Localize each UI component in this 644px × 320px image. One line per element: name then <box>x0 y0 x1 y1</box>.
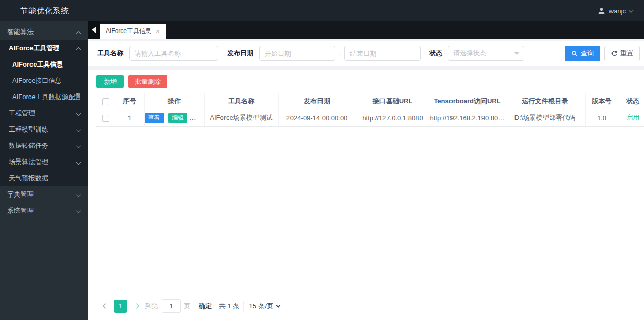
sidebar-item-aiforce-tool-info[interactable]: AIForce工具信息 <box>0 56 88 73</box>
batch-delete-button[interactable]: 批量删除 <box>128 75 167 88</box>
cell-tensorboard-url: http://192.168.2.190:8080 <box>430 109 505 127</box>
page-size-select[interactable]: 15 条/页 <box>243 301 285 312</box>
chevron-down-icon <box>77 158 80 166</box>
chevron-right-icon <box>134 304 139 309</box>
edit-button[interactable]: 编辑 <box>168 113 187 123</box>
goto-label: 到第 <box>145 302 158 311</box>
refresh-icon <box>611 50 618 57</box>
chevron-up-icon <box>77 28 80 36</box>
cell-actions: 查看 编辑 删除 <box>144 109 204 127</box>
col-actions: 操作 <box>144 93 204 109</box>
view-button[interactable]: 查看 <box>145 113 164 123</box>
col-status: 状态 <box>619 93 644 109</box>
col-version: 版本号 <box>585 93 619 109</box>
chevron-down-icon <box>77 110 80 117</box>
date-range-separator: - <box>339 50 341 57</box>
end-date-input[interactable] <box>344 46 421 61</box>
select-all-checkbox[interactable] <box>102 98 109 105</box>
col-publish-date: 发布日期 <box>278 93 356 109</box>
total-count-label: 共 1 条 <box>219 302 239 311</box>
chevron-left-icon <box>103 304 108 309</box>
table-card: 新增 批量删除 序号 操作 工具名称 <box>88 70 644 320</box>
topbar: 节能优化系统 wanjc <box>0 0 644 21</box>
filter-bar: 工具名称 发布日期 - 状态 请选择状态 查询 <box>88 41 644 66</box>
tool-name-input[interactable] <box>129 46 218 61</box>
chevron-down-icon <box>77 191 80 199</box>
cell-tool-name: AIForce场景模型测试 <box>204 109 278 127</box>
goto-confirm-button[interactable]: 确定 <box>199 302 212 311</box>
status-select[interactable]: 请选择状态 <box>448 46 524 61</box>
table-row: 1 查看 编辑 删除 AIForce场景模型测试 2024-09-14 00:0… <box>96 109 644 127</box>
sidebar-item-aiforce-api-info[interactable]: AIForce接口信息 <box>0 73 88 89</box>
cell-version: 1.0 <box>585 109 619 127</box>
chevron-down-icon <box>276 303 280 307</box>
chevron-down-icon <box>77 207 80 215</box>
page-unit-label: 页 <box>184 302 190 311</box>
add-button[interactable]: 新增 <box>96 75 124 88</box>
sidebar-item-intelligent-algorithm[interactable]: 智能算法 <box>0 24 88 40</box>
chevron-down-icon <box>77 126 80 134</box>
tab-aiforce-tool-info[interactable]: AIForce工具信息 × <box>100 24 166 39</box>
user-icon <box>598 7 605 15</box>
table-toolbar: 新增 批量删除 <box>96 75 636 88</box>
cell-publish-date: 2024-09-14 00:00:00 <box>278 109 356 127</box>
pagination: 1 到第 页 确定 共 1 条 15 条/页 <box>96 299 636 313</box>
col-tool-name: 工具名称 <box>204 93 278 109</box>
delete-button[interactable]: 删除 <box>192 113 204 123</box>
app-window: 节能优化系统 wanjc 智能算法 AIForce工具管理 AIForce工具信… <box>0 0 644 320</box>
data-table: 序号 操作 工具名称 发布日期 接口基础URL Tensorboard访问URL… <box>96 93 644 127</box>
status-badge: 启用 <box>619 109 644 127</box>
sidebar: 智能算法 AIForce工具管理 AIForce工具信息 AIForce接口信息… <box>0 21 88 320</box>
sidebar-item-aiforce-datasource-config[interactable]: AIForce工具数据源配置 <box>0 89 88 105</box>
table-header-row: 序号 操作 工具名称 发布日期 接口基础URL Tensorboard访问URL… <box>96 93 644 109</box>
sidebar-item-model-training[interactable]: 工程模型训练 <box>0 121 88 138</box>
start-date-input[interactable] <box>259 46 335 61</box>
chevron-down-icon <box>629 8 634 13</box>
col-run-dir: 运行文件根目录 <box>505 93 585 109</box>
tab-close-icon[interactable]: × <box>156 28 160 35</box>
sidebar-item-project-mgmt[interactable]: 工程管理 <box>0 105 88 121</box>
col-base-url: 接口基础URL <box>356 93 430 109</box>
user-name: wanjc <box>609 7 626 15</box>
sidebar-item-scene-algorithm-mgmt[interactable]: 场景算法管理 <box>0 154 88 170</box>
next-page-button[interactable] <box>130 300 142 313</box>
chevron-up-icon <box>77 45 80 52</box>
app-title: 节能优化系统 <box>0 6 69 16</box>
goto-page-input[interactable] <box>162 299 181 313</box>
prev-page-button[interactable] <box>99 300 111 313</box>
search-button[interactable]: 查询 <box>565 46 600 61</box>
search-icon <box>571 50 578 57</box>
content-area: AIForce工具信息 × 工具名称 发布日期 - 状态 请选择状态 <box>88 21 644 320</box>
sidebar-item-data-transfer-task[interactable]: 数据转储任务 <box>0 138 88 154</box>
reset-button[interactable]: 重置 <box>604 46 640 61</box>
cell-base-url: http://127.0.0.1:8080 <box>356 109 430 127</box>
publish-date-label: 发布日期 <box>227 49 253 58</box>
sidebar-item-aiforce-tool-mgmt[interactable]: AIForce工具管理 <box>0 40 88 56</box>
sidebar-item-weather-forecast-data[interactable]: 天气预报数据 <box>0 170 88 186</box>
page-1-button[interactable]: 1 <box>114 300 127 313</box>
sidebar-item-dict-mgmt[interactable]: 字典管理 <box>0 186 88 203</box>
sidebar-item-system-mgmt[interactable]: 系统管理 <box>0 203 88 219</box>
sidebar-submenu: AIForce工具管理 AIForce工具信息 AIForce接口信息 AIFo… <box>0 40 88 186</box>
cell-run-dir: D:\场景模型部署代码 <box>505 109 585 127</box>
row-checkbox[interactable] <box>102 115 109 122</box>
select-caret-icon <box>514 52 519 55</box>
col-tensorboard-url: Tensorboard访问URL <box>430 93 505 109</box>
col-index: 序号 <box>115 93 144 109</box>
tab-bar: AIForce工具信息 × <box>88 21 644 39</box>
tool-name-label: 工具名称 <box>97 49 123 58</box>
chevron-down-icon <box>77 142 80 150</box>
tabs-back-button[interactable] <box>88 21 100 39</box>
back-arrow-icon <box>92 27 96 33</box>
user-menu[interactable]: wanjc <box>598 7 644 15</box>
status-label: 状态 <box>429 49 442 58</box>
cell-index: 1 <box>115 109 144 127</box>
